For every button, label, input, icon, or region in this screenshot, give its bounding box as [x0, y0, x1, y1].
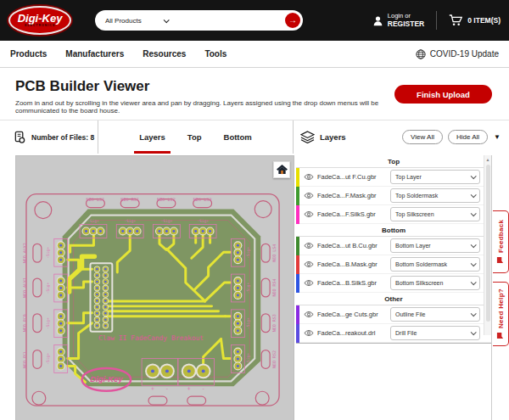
layer-row[interactable]: FadeCa...ut F.Cu.gbr Top Layer [296, 168, 491, 187]
page-header: PCB Builder Viewer Zoom in and out by sc… [0, 68, 509, 115]
layer-file-name: FadeCa...ut F.Cu.gbr [317, 173, 390, 181]
view-tabs: Layers Top Bottom [98, 120, 294, 154]
layer-row[interactable]: FadeCa...ut B.Cu.gbr Bottom Layer [296, 237, 491, 255]
layer-assignment-select[interactable]: Top Silkscreen [390, 207, 480, 221]
pcb-label-right-4: NEO RS2 [271, 350, 277, 368]
header-divider [436, 11, 437, 30]
chevron-down-icon [163, 17, 169, 23]
login-line2: REGISTER [388, 20, 424, 28]
pcb-sig-label: -Sig+ [46, 282, 50, 294]
logo-subtext: ELECTRONICS [25, 24, 55, 28]
eye-visibility-icon[interactable] [304, 279, 314, 287]
cart-button[interactable]: 0 ITEM(S) [449, 14, 501, 26]
pcb-sig-label: -Sig+ [246, 282, 250, 294]
scroll-up-arrow[interactable]: ▲ [484, 155, 491, 164]
layer-assignment-select[interactable]: Top Layer [390, 170, 480, 184]
pcb-label-left-1: NEO AUX2 [22, 243, 27, 263]
pcb-board-title: Claw II FadeCandy Breakout [98, 334, 204, 342]
home-icon [277, 165, 288, 175]
tab-layers[interactable]: Layers [139, 120, 165, 154]
layer-row[interactable]: FadeCa...reakout.drl Drill File [296, 324, 491, 343]
login-register[interactable]: Login or REGISTER [372, 13, 424, 28]
need-help-tab[interactable]: Need Help? [493, 282, 509, 346]
feedback-tab[interactable]: Feedback [493, 210, 509, 273]
search-category-dropdown[interactable]: All Products [105, 17, 142, 25]
pcb-plus-label: + [187, 385, 191, 392]
pcb-label-top-3: NEO LS2 [157, 197, 176, 202]
feedback-bubble-icon [497, 256, 505, 264]
eye-visibility-icon[interactable] [304, 311, 314, 318]
layer-list: Top FadeCa...ut F.Cu.gbr Top Layer FadeC… [296, 155, 491, 344]
layer-row[interactable]: FadeCa...F.SilkS.gbr Top Silkscreen [296, 205, 491, 224]
eye-visibility-icon[interactable] [304, 173, 314, 181]
layer-assignment-select[interactable]: Outline File [390, 307, 480, 322]
scrollbar-thumb[interactable] [486, 165, 490, 322]
chevron-down-icon [471, 311, 477, 316]
covid-update-link[interactable]: COVID-19 Update [416, 49, 499, 59]
page-title: PCB Builder Viewer [15, 78, 394, 95]
reset-view-home-button[interactable] [273, 161, 290, 178]
chevron-down-icon [471, 173, 477, 179]
digikey-logo[interactable]: Digi-Key ELECTRONICS [8, 6, 71, 35]
finish-upload-button[interactable]: Finish Upload [394, 85, 492, 104]
tab-top[interactable]: Top [187, 120, 202, 154]
layer-row[interactable]: FadeCa...B.Mask.gbr Bottom Soldermask [296, 255, 491, 274]
cart-count: 0 ITEM(S) [467, 16, 501, 25]
pcb-label-left-4: NEO PCL [22, 350, 27, 368]
pcb-label-right-1: NEO LS4 [271, 244, 277, 262]
globe-icon [416, 49, 426, 59]
pcb-label-top-1: NEO LS1 [87, 197, 105, 202]
pcb-label-right-2: NEO RS4 [271, 279, 277, 297]
pcb-sig-label: -Sig+ [46, 247, 50, 259]
eye-visibility-icon[interactable] [304, 260, 314, 268]
eye-visibility-icon[interactable] [304, 210, 314, 218]
eye-visibility-icon[interactable] [304, 242, 314, 249]
feedback-label: Feedback [497, 220, 505, 253]
cart-icon [449, 14, 462, 26]
logo-text: Digi-Key [18, 14, 63, 24]
group-header-other: Other [296, 293, 491, 305]
pcb-viewer-canvas[interactable]: NEO LS1 NEO RS1 NEO LS2 NEO LS3 NEO AUX2… [15, 155, 294, 420]
layer-file-name: FadeCa...reakout.drl [317, 329, 390, 337]
nav-item-products[interactable]: Products [10, 49, 47, 59]
pcb-label-right-3: NEO RS3 [271, 314, 277, 332]
pcb-sig-label: -Sig+ [87, 219, 99, 223]
panel-collapse-caret[interactable]: ▼ [494, 133, 501, 141]
layer-assignment-select[interactable]: Bottom Layer [390, 238, 480, 253]
pcb-sig-label: -Sig+ [246, 353, 250, 365]
layer-assignment-select[interactable]: Bottom Soldermask [390, 257, 480, 272]
layer-assignment-value: Bottom Silkscreen [395, 280, 471, 286]
covid-update-label: COVID-19 Update [430, 49, 499, 59]
nav-item-tools[interactable]: Tools [204, 49, 227, 59]
number-of-files: Number of Files: 8 [31, 133, 94, 142]
layer-color-swatch [296, 255, 299, 274]
layer-assignment-select[interactable]: Top Soldermask [390, 188, 480, 203]
layer-assignment-value: Drill File [395, 330, 471, 336]
layer-list-scrollbar[interactable]: ▲ [484, 155, 491, 335]
layer-assignment-select[interactable]: Drill File [390, 326, 480, 340]
tab-bottom[interactable]: Bottom [224, 120, 252, 154]
pcb-label-left-3: NEO PC0 [22, 314, 27, 332]
layer-row[interactable]: FadeCa...ge Cuts.gbr Outline File [296, 305, 491, 324]
pcb-sig-label: -Sig+ [46, 353, 50, 365]
layer-row[interactable]: FadeCa...B.SilkS.gbr Bottom Silkscreen [296, 274, 491, 293]
nav-item-resources[interactable]: Resources [143, 49, 186, 59]
layer-color-swatch [296, 187, 299, 205]
layer-assignment-select[interactable]: Bottom Silkscreen [390, 276, 480, 290]
pcb-sig-label: -Sig+ [246, 317, 250, 329]
layer-assignment-value: Bottom Soldermask [395, 261, 471, 267]
layer-row[interactable]: FadeCa...F.Mask.gbr Top Soldermask [296, 187, 491, 205]
nav-item-manufacturers[interactable]: Manufacturers [65, 49, 124, 59]
files-icon [14, 131, 26, 143]
chevron-down-icon [471, 329, 477, 335]
layer-assignment-value: Top Silkscreen [395, 211, 471, 217]
view-all-button[interactable]: View All [402, 130, 443, 144]
eye-visibility-icon[interactable] [304, 329, 314, 337]
hide-all-button[interactable]: Hide All [448, 130, 488, 144]
layers-panel: Top FadeCa...ut F.Cu.gbr Top Layer FadeC… [296, 155, 492, 420]
eye-visibility-icon[interactable] [304, 192, 314, 199]
top-header: Digi-Key ELECTRONICS All Products → Logi… [0, 0, 509, 41]
search-bar[interactable]: All Products → [95, 10, 303, 31]
layer-color-swatch [296, 205, 299, 224]
search-submit-button[interactable]: → [285, 13, 300, 28]
